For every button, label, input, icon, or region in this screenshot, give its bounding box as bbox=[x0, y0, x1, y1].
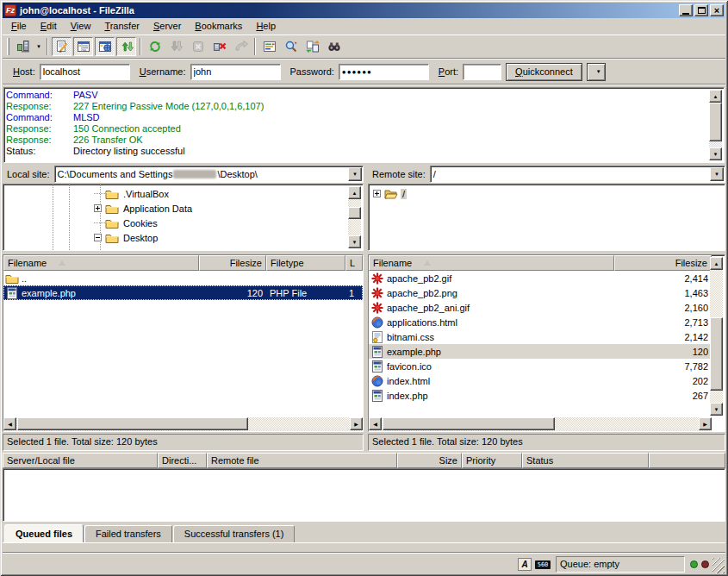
remote-column-header-filename[interactable]: Filename bbox=[369, 255, 614, 271]
local-column-header-modified[interactable]: L bbox=[345, 255, 363, 271]
scroll-right-icon[interactable]: ▶ bbox=[699, 417, 712, 430]
menu-help[interactable]: Help bbox=[249, 19, 283, 34]
remote-horizontal-scrollbar[interactable]: ◀ ▶ bbox=[369, 417, 712, 431]
recv-activity-led-icon bbox=[690, 560, 698, 568]
remote-tree-item-root[interactable]: / bbox=[370, 186, 723, 201]
remote-column-header-filesize[interactable]: Filesize bbox=[614, 255, 712, 271]
minimize-button[interactable] bbox=[679, 4, 693, 16]
menu-bookmarks[interactable]: Bookmarks bbox=[188, 19, 249, 34]
local-column-header-filesize[interactable]: Filesize bbox=[199, 255, 266, 271]
tab-successful-transfers-1-[interactable]: Successful transfers (1) bbox=[173, 525, 296, 542]
queue-column-header-server-local-file[interactable]: Server/Local file bbox=[3, 453, 158, 468]
menu-edit[interactable]: Edit bbox=[34, 19, 64, 34]
local-path-prefix: C:\Documents and Settings bbox=[58, 169, 173, 179]
expand-icon[interactable] bbox=[373, 190, 381, 197]
local-tree-item--virtualbox[interactable]: .VirtualBox bbox=[5, 186, 348, 201]
queue-column-header-status[interactable]: Status bbox=[522, 453, 649, 468]
title-bar[interactable]: Fz john@localhost - FileZilla × bbox=[3, 3, 725, 18]
remote-hscroll-thumb[interactable] bbox=[383, 417, 555, 430]
username-input[interactable] bbox=[190, 64, 281, 80]
toolbar-site-manager-button[interactable] bbox=[13, 37, 33, 56]
scroll-up-icon[interactable]: ▲ bbox=[348, 186, 361, 199]
log-scroll-thumb[interactable] bbox=[709, 103, 722, 141]
local-column-header-filetype[interactable]: Filetype bbox=[266, 255, 345, 271]
local-file-row-..[interactable]: .. bbox=[3, 271, 363, 285]
toolbar-toggle-log-button[interactable] bbox=[52, 37, 72, 56]
log-vertical-scrollbar[interactable]: ▲ ▼ bbox=[709, 90, 722, 160]
toolbar-refresh-button[interactable] bbox=[145, 37, 165, 56]
scroll-down-icon[interactable]: ▼ bbox=[709, 147, 722, 160]
toolbar-toggle-queue-button[interactable] bbox=[116, 37, 136, 56]
scroll-down-icon[interactable]: ▼ bbox=[348, 235, 361, 248]
local-hscroll-thumb[interactable] bbox=[17, 417, 248, 430]
scroll-up-icon[interactable]: ▲ bbox=[710, 257, 723, 270]
remote-file-row-apache-pb2.png[interactable]: apache_pb2.png1,463 bbox=[369, 285, 712, 300]
folder-icon bbox=[105, 187, 119, 201]
resize-grip[interactable] bbox=[712, 558, 725, 573]
local-file-row-example.php[interactable]: example.php120PHP File1 bbox=[3, 285, 363, 300]
local-tree-item-desktop[interactable]: Desktop bbox=[5, 230, 348, 245]
tab-queued-files[interactable]: Queued files bbox=[4, 524, 84, 542]
menu-server[interactable]: Server bbox=[146, 19, 188, 34]
menu-view[interactable]: View bbox=[64, 19, 98, 34]
datatype-indicator-icon[interactable]: A bbox=[518, 558, 532, 571]
local-tree-item-application-data[interactable]: Application Data bbox=[5, 201, 348, 216]
remote-file-row-apache-pb2.gif[interactable]: apache_pb2.gif2,414 bbox=[369, 271, 712, 285]
host-input[interactable] bbox=[40, 64, 130, 80]
toolbar-disconnect-button[interactable] bbox=[209, 37, 229, 56]
folder-icon bbox=[105, 216, 119, 230]
remote-file-row-index.php[interactable]: index.php267 bbox=[369, 388, 712, 403]
scroll-left-icon[interactable]: ◀ bbox=[369, 417, 382, 430]
port-input[interactable] bbox=[463, 64, 501, 80]
password-input[interactable] bbox=[339, 64, 429, 80]
scroll-right-icon[interactable]: ▶ bbox=[350, 417, 363, 430]
local-horizontal-scrollbar[interactable]: ◀ ▶ bbox=[3, 417, 363, 431]
collapse-icon[interactable] bbox=[94, 234, 102, 241]
local-tree-vertical-scrollbar[interactable]: ▲ ▼ bbox=[348, 186, 361, 248]
local-path-suffix: \Desktop\ bbox=[217, 169, 257, 179]
toolbar-find-files-button[interactable] bbox=[324, 37, 344, 56]
quickconnect-button[interactable]: Quickconnect bbox=[506, 63, 582, 81]
toolbar-sync-browsing-button[interactable] bbox=[302, 37, 322, 56]
local-column-header-filename[interactable]: Filename bbox=[3, 255, 199, 271]
scroll-up-icon[interactable]: ▲ bbox=[709, 90, 722, 103]
close-button[interactable]: × bbox=[710, 4, 724, 16]
remote-vscroll-thumb[interactable] bbox=[710, 317, 723, 391]
scroll-left-icon[interactable]: ◀ bbox=[3, 417, 16, 430]
toolbar-toggle-local-tree-button[interactable] bbox=[73, 37, 93, 56]
remote-vertical-scrollbar[interactable]: ▲ ▼ bbox=[710, 257, 723, 416]
queue-tabs: Queued filesFailed transfersSuccessful t… bbox=[3, 522, 725, 542]
speed-limit-icon[interactable]: 560 bbox=[535, 560, 551, 569]
queue-column-header-priority[interactable]: Priority bbox=[462, 453, 522, 468]
maximize-icon bbox=[698, 7, 706, 14]
queue-column-header-directi-[interactable]: Directi... bbox=[158, 453, 207, 468]
tree-scroll-thumb[interactable] bbox=[348, 207, 361, 219]
queue-column-header-remote-file[interactable]: Remote file bbox=[207, 453, 397, 468]
maximize-button[interactable] bbox=[694, 4, 708, 16]
local-path-combobox[interactable]: C:\Documents and Settings\Desktop\ ▼ bbox=[54, 166, 364, 183]
remote-file-row-bitnami.css[interactable]: bitnami.css2,142 bbox=[369, 329, 712, 344]
cancel-icon bbox=[191, 40, 205, 53]
toolbar-filter-button[interactable] bbox=[259, 37, 279, 56]
remote-path-combobox[interactable]: / ▼ bbox=[430, 166, 725, 183]
combo-dropdown-icon[interactable]: ▼ bbox=[710, 167, 724, 181]
remote-file-row-index.html[interactable]: index.html202 bbox=[369, 373, 712, 388]
expand-icon[interactable] bbox=[94, 204, 102, 212]
toolbar-site-manager-dropdown-icon[interactable]: ▼ bbox=[34, 37, 44, 56]
app-icon[interactable]: Fz bbox=[4, 4, 16, 16]
menu-transfer[interactable]: Transfer bbox=[97, 19, 146, 34]
toolbar-toggle-remote-tree-button[interactable] bbox=[95, 37, 115, 56]
combo-dropdown-icon[interactable]: ▼ bbox=[348, 167, 362, 181]
tab-failed-transfers[interactable]: Failed transfers bbox=[84, 525, 172, 542]
queue-column-header-size[interactable]: Size bbox=[397, 453, 462, 468]
quickconnect-dropdown-button[interactable]: ▼ bbox=[587, 63, 606, 81]
toggle-local-tree-icon bbox=[77, 40, 90, 53]
local-tree-item-cookies[interactable]: Cookies bbox=[5, 216, 348, 230]
menu-file[interactable]: File bbox=[4, 19, 34, 34]
scroll-down-icon[interactable]: ▼ bbox=[710, 403, 723, 416]
remote-file-row-favicon.ico[interactable]: favicon.ico7,782 bbox=[369, 359, 712, 373]
remote-file-row-applications.html[interactable]: applications.html2,713 bbox=[369, 315, 712, 329]
remote-file-row-example.php[interactable]: example.php120 bbox=[369, 344, 712, 359]
toolbar-compare-button[interactable] bbox=[281, 37, 301, 56]
remote-file-row-apache-pb2-ani.gif[interactable]: apache_pb2_ani.gif2,160 bbox=[369, 300, 712, 315]
